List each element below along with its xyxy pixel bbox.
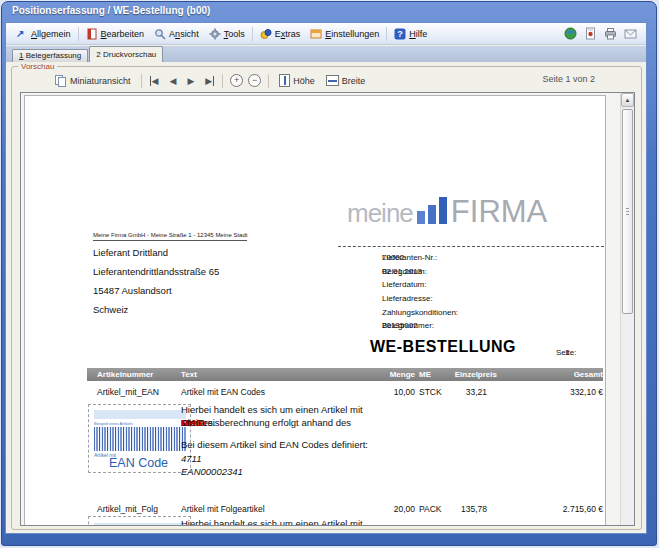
document-info-block: Lieferanten-Nr.:70002 Belegdatum:02.01.2… [382,251,604,333]
col-text: Text [181,370,197,379]
fit-width-label: Breite [342,76,366,86]
document-page: meine FIRMA Meine Firma GmbH - Meine Str… [24,95,606,526]
toolbar-separator [141,74,142,88]
fit-height-label: Höhe [293,76,315,86]
menu-ansicht[interactable]: Ansicht [149,26,204,42]
groupbox-label: Vorschau [18,62,57,71]
magnifier-icon [154,28,166,40]
barcode-tiny-caption: Beispiel eines Artikels [94,421,186,426]
window-title: Positionserfassung / WE-Bestellung (b00) [2,2,656,21]
last-page-button[interactable]: ▶ [202,74,215,88]
tab-druckvorschau[interactable]: 2 Druckvorschau [89,46,163,62]
menu-separator [78,27,79,41]
logo-word-firma: FIRMA [451,197,547,226]
table-row: Artikel_mit_EAN Artikel mit EAN Codes 10… [87,387,603,399]
zoom-in-button[interactable]: + [230,74,243,87]
cell-menge: 10,00 [367,387,415,397]
table-header: Artikelnummer Text Menge ME Einzelpreis … [87,368,603,381]
menu-separator [252,27,253,41]
previous-page-button[interactable]: ◀ [166,74,179,88]
barcode-label: EAN Code [109,456,168,470]
thumbnail-view-label: Miniaturansicht [70,76,131,86]
thumbnails-icon [55,75,67,87]
ean-code-value: EAN00002341 [181,465,441,478]
scroll-up-button[interactable]: ▲ [621,93,634,107]
info-label: Lieferdatum: [382,280,463,289]
barcode-header-bar [94,410,186,419]
menu-extras[interactable]: Extras [255,26,306,42]
recipient-name: Lieferant Drittland [93,243,219,262]
window-body: ↗ Allgemein Bearbeiten Ansicht T [5,22,647,534]
toolbar-separator [268,74,269,88]
cell-einzelpreis: 135,78 [417,504,487,514]
gear-icon [209,28,221,40]
logo-bars-icon [417,197,447,226]
recipient-city: 15487 Auslandsort [93,281,219,300]
cell-artikelnummer: Artikel_mit_Folg [97,504,158,514]
desc-gap [181,429,441,438]
cell-gesamt: 2.715,60 € [513,504,603,514]
next-page-button[interactable]: ▶ [184,74,197,88]
menu-allgemein[interactable]: ↗ Allgemein [11,26,76,42]
svg-text:?: ? [398,29,404,39]
menu-einstellungen[interactable]: Einstellungen [305,26,384,42]
scrollbar-thumb[interactable] [622,109,633,314]
cell-artikelnummer: Artikel_mit_EAN [97,387,159,397]
page-indicator: Seite 1 von 2 [542,74,595,84]
menu-tools[interactable]: Tools [204,26,250,42]
menu-label: Allgemein [31,29,71,39]
tab-belegerfassung[interactable]: 1 Belegerfassung [12,49,88,62]
info-value: 02.01.2013 [382,267,422,276]
col-gesamt: Gesamt [513,370,603,379]
ean-barcode-box-partial [88,516,191,526]
vorschau-groupbox: Vorschau Miniaturansicht ◀ ◀ ▶ ▶ + − [11,66,642,530]
recipient-country: Schweiz [93,300,219,319]
app-window: Positionserfassung / WE-Bestellung (b00)… [1,1,657,546]
mail-icon[interactable] [624,27,637,40]
cell-text: Artikel mit Folgeartikel [181,504,265,514]
menu-label: Hilfe [409,29,427,39]
ean-code-value: 4711 [181,452,441,465]
desc-line: Bei diesem Artikel sind EAN Codes defini… [181,438,441,451]
export-globe-icon[interactable] [564,27,577,40]
barcode-header-bar [94,523,186,526]
info-label: Lieferadresse: [382,294,463,303]
menu-label: Einstellungen [325,29,379,39]
fit-height-icon [279,74,290,87]
menu-label: Tools [224,29,245,39]
menu-separator [386,27,387,41]
recipient-address: Lieferant Drittland Lieferantendrittland… [93,243,219,319]
menu-hilfe[interactable]: ? Hilfe [389,26,432,42]
desc-line: Hierbei handelt es sich um einen Artikel… [181,403,441,416]
menu-bearbeiten[interactable]: Bearbeiten [81,26,150,42]
sender-line: Meine Firma GmbH - Meine Straße 1 - 1234… [93,232,247,241]
cell-menge: 20,00 [367,504,415,514]
logo-word-meine: meine [347,200,413,226]
fit-width-button[interactable]: Breite [323,74,369,87]
recipient-street: Lieferantendrittlandsstraße 65 [93,262,219,281]
toolbar-separator [222,74,223,88]
menubar-quick-icons [564,27,637,40]
arrow-ne-icon: ↗ [16,28,28,40]
preview-toolbar: Miniaturansicht ◀ ◀ ▶ ▶ + − Höhe [52,71,368,90]
preview-viewport: meine FIRMA Meine Firma GmbH - Meine Str… [20,92,635,526]
info-value: 20135002 [382,321,418,330]
pdf-document-icon[interactable] [584,27,597,40]
barcode-icon [94,427,187,451]
extras-icon [260,28,272,40]
col-artikelnummer: Artikelnummer [97,370,153,379]
company-logo: meine FIRMA [347,178,547,226]
fit-height-button[interactable]: Höhe [276,73,318,88]
printer-icon[interactable] [604,27,617,40]
settings-panel-icon [310,28,322,40]
menu-label: Ansicht [169,29,199,39]
thumbnail-view-button[interactable]: Miniaturansicht [52,74,134,88]
first-page-button[interactable]: ◀ [149,74,162,88]
info-divider [338,246,604,247]
ean-barcode-box: Beispiel eines Artikels Artikel mit EAN … [88,404,191,473]
content-panel: Vorschau Miniaturansicht ◀ ◀ ▶ ▶ + − [6,62,646,533]
col-menge: Menge [367,370,415,379]
cell-gesamt: 332,10 € [513,387,603,397]
zoom-out-button[interactable]: − [248,74,261,87]
vertical-scrollbar[interactable]: ▲ [620,93,634,525]
